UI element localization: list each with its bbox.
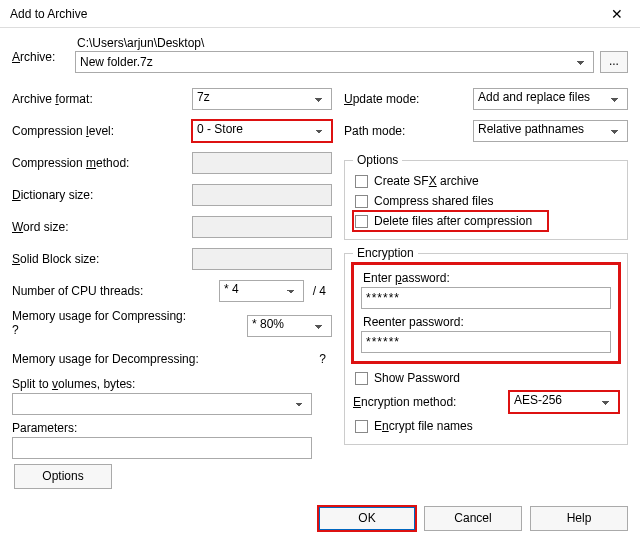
shared-checkbox-row[interactable]: Compress shared files bbox=[353, 191, 619, 211]
cancel-button[interactable]: Cancel bbox=[424, 506, 522, 531]
show-password-label: Show Password bbox=[374, 371, 460, 385]
path-mode-label: Path mode: bbox=[344, 124, 473, 138]
encryption-method-label: Encryption method: bbox=[353, 395, 509, 409]
encryption-method-select[interactable]: AES-256 bbox=[509, 391, 619, 413]
mem-compress-sub: ? bbox=[12, 323, 247, 337]
shared-label: Compress shared files bbox=[374, 194, 493, 208]
reenter-password-input[interactable] bbox=[361, 331, 611, 353]
mem-compress-label: Memory usage for Compressing: bbox=[12, 309, 247, 323]
dictionary-size-select[interactable] bbox=[192, 184, 332, 206]
encrypt-names-label: Encrypt file names bbox=[374, 419, 473, 433]
update-mode-select[interactable]: Add and replace files bbox=[473, 88, 628, 110]
browse-button[interactable]: ... bbox=[600, 51, 628, 73]
checkbox-icon bbox=[355, 420, 368, 433]
archive-filename-combo[interactable] bbox=[75, 51, 594, 73]
solid-block-size-select[interactable] bbox=[192, 248, 332, 270]
options-group: Options Create SFX archive Compress shar… bbox=[344, 153, 628, 240]
parameters-input[interactable] bbox=[12, 437, 312, 459]
enter-password-label: Enter password: bbox=[363, 271, 611, 285]
titlebar: Add to Archive ✕ bbox=[0, 0, 640, 28]
checkbox-icon bbox=[355, 195, 368, 208]
delete-after-label: Delete files after compression bbox=[374, 214, 532, 228]
split-volumes-label: Split to volumes, bytes: bbox=[12, 377, 332, 391]
mem-decompress-label: Memory usage for Decompressing: bbox=[12, 352, 304, 366]
ok-button[interactable]: OK bbox=[318, 506, 416, 531]
archive-path-text: C:\Users\arjun\Desktop\ bbox=[75, 36, 628, 50]
mem-compress-select[interactable]: * 80% bbox=[247, 315, 332, 337]
archive-format-select[interactable]: 7z bbox=[192, 88, 332, 110]
checkbox-icon bbox=[355, 175, 368, 188]
cpu-threads-select[interactable]: * 4 bbox=[219, 280, 304, 302]
checkbox-icon bbox=[355, 372, 368, 385]
delete-after-checkbox-row[interactable]: Delete files after compression bbox=[353, 211, 548, 231]
compression-method-label: Compression method: bbox=[12, 156, 192, 170]
encryption-group: Encryption Enter password: Reenter passw… bbox=[344, 246, 628, 445]
update-mode-label: Update mode: bbox=[344, 92, 473, 106]
path-mode-select[interactable]: Relative pathnames bbox=[473, 120, 628, 142]
word-size-select[interactable] bbox=[192, 216, 332, 238]
encrypt-names-checkbox-row[interactable]: Encrypt file names bbox=[353, 416, 619, 436]
mem-decompress-value: ? bbox=[304, 352, 332, 366]
compression-level-select[interactable]: 0 - Store bbox=[192, 120, 332, 142]
help-button[interactable]: Help bbox=[530, 506, 628, 531]
cpu-threads-max: / 4 bbox=[304, 284, 332, 298]
close-icon[interactable]: ✕ bbox=[602, 6, 632, 22]
sfx-checkbox-row[interactable]: Create SFX archive bbox=[353, 171, 619, 191]
show-password-checkbox-row[interactable]: Show Password bbox=[353, 368, 619, 388]
options-legend: Options bbox=[353, 153, 402, 167]
split-volumes-select[interactable] bbox=[12, 393, 312, 415]
reenter-password-label: Reenter password: bbox=[363, 315, 611, 329]
archive-format-label: Archive format: bbox=[12, 92, 192, 106]
window-title: Add to Archive bbox=[10, 7, 87, 21]
checkbox-icon bbox=[355, 215, 368, 228]
encryption-legend: Encryption bbox=[353, 246, 418, 260]
sfx-label: Create SFX archive bbox=[374, 174, 479, 188]
parameters-label: Parameters: bbox=[12, 421, 332, 435]
archive-label: Archive: bbox=[12, 36, 67, 64]
cpu-threads-label: Number of CPU threads: bbox=[12, 284, 219, 298]
compression-level-label: Compression level: bbox=[12, 124, 192, 138]
options-button[interactable]: Options bbox=[14, 464, 112, 489]
word-size-label: Word size: bbox=[12, 220, 192, 234]
enter-password-input[interactable] bbox=[361, 287, 611, 309]
compression-method-select[interactable] bbox=[192, 152, 332, 174]
solid-block-size-label: Solid Block size: bbox=[12, 252, 192, 266]
dictionary-size-label: Dictionary size: bbox=[12, 188, 192, 202]
